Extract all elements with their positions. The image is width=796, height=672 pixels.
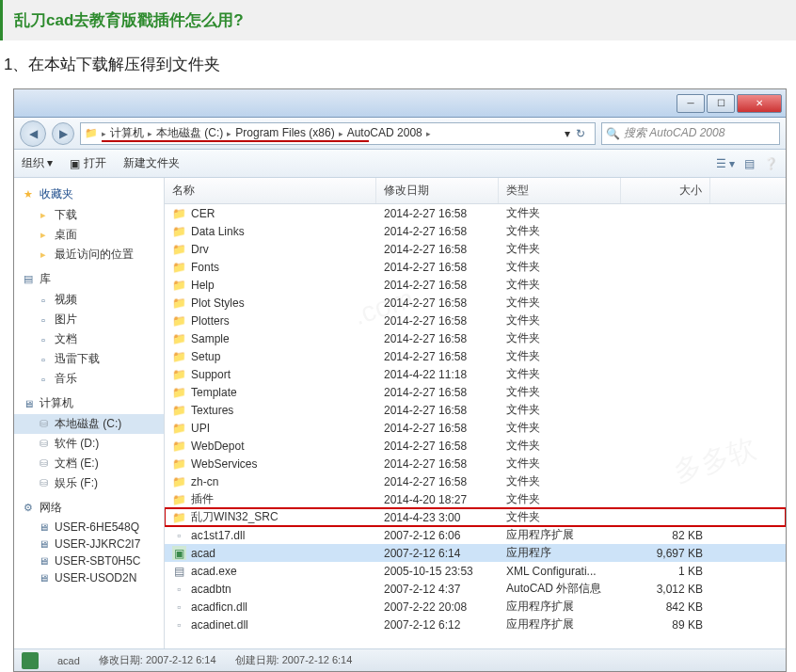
file-type: 应用程序扩展 <box>499 527 621 543</box>
file-list-header[interactable]: 名称 修改日期 类型 大小 <box>165 178 786 204</box>
file-name: acad.exe <box>191 565 237 578</box>
file-row[interactable]: ▫acadinet.dll2007-2-12 6:12应用程序扩展89 KB <box>165 616 786 633</box>
pc-ic-icon: 🖥 <box>37 554 50 568</box>
folder-icon: 📁 <box>172 421 186 435</box>
open-button[interactable]: ▣ 打开 <box>70 155 106 171</box>
sidebar-computer[interactable]: 🖥计算机 <box>14 392 164 414</box>
help-button[interactable]: ❔ <box>764 157 778 170</box>
breadcrumb-sep[interactable]: ▸ <box>339 129 343 138</box>
file-row[interactable]: 📁Textures2014-2-27 16:58文件夹 <box>165 401 786 419</box>
file-row[interactable]: 📁Template2014-2-27 16:58文件夹 <box>165 383 786 401</box>
breadcrumb-item[interactable]: Program Files (x86) <box>235 126 334 139</box>
file-row[interactable]: 📁Plot Styles2014-2-27 16:58文件夹 <box>165 294 786 312</box>
sidebar-item[interactable]: ▸桌面 <box>14 225 164 245</box>
sidebar-item[interactable]: ⛁娱乐 (F:) <box>14 473 164 493</box>
file-type: 文件夹 <box>499 241 621 257</box>
breadcrumb-item[interactable]: AutoCAD 2008 <box>347 126 422 139</box>
file-row[interactable]: 📁Plotters2014-2-27 16:58文件夹 <box>165 312 786 329</box>
file-type: 应用程序 <box>499 545 621 561</box>
maximize-button[interactable]: ☐ <box>707 94 735 113</box>
file-row[interactable]: 📁WebDepot2014-2-27 16:58文件夹 <box>165 437 786 455</box>
address-bar[interactable]: 📁 ▸ 计算机▸本地磁盘 (C:)▸Program Files (x86)▸Au… <box>80 122 596 145</box>
sidebar-item[interactable]: 🖥USER-USOD2N <box>14 569 164 586</box>
file-name: Drv <box>191 243 209 256</box>
sidebar-libraries[interactable]: ▤库 <box>14 268 164 290</box>
col-name[interactable]: 名称 <box>165 178 376 203</box>
sidebar-item[interactable]: ▸下载 <box>14 205 164 225</box>
breadcrumb-sep[interactable]: ▸ <box>426 129 431 138</box>
breadcrumb-item[interactable]: 本地磁盘 (C:) <box>156 125 223 141</box>
file-row[interactable]: ▫acadficn.dll2007-2-22 20:08应用程序扩展842 KB <box>165 598 786 616</box>
file-row[interactable]: 📁Sample2014-2-27 16:58文件夹 <box>165 329 786 347</box>
sidebar-item[interactable]: ▸最近访问的位置 <box>14 245 164 264</box>
file-date: 2014-2-27 16:58 <box>376 457 499 471</box>
file-name: WebServices <box>191 457 257 471</box>
close-button[interactable]: ✕ <box>737 94 782 113</box>
file-row[interactable]: 📁Fonts2014-2-27 16:58文件夹 <box>165 258 786 276</box>
sidebar-item[interactable]: ▫视频 <box>14 290 164 310</box>
file-row[interactable]: ▤acad.exe2005-10-15 23:53XML Configurati… <box>165 562 786 580</box>
nav-back-button[interactable]: ◀ <box>20 120 46 147</box>
search-input[interactable]: 🔍 搜索 AutoCAD 2008 <box>601 122 780 145</box>
file-type: 文件夹 <box>499 366 621 382</box>
folder-icon: 📁 <box>172 296 186 310</box>
file-date: 2014-2-27 16:58 <box>376 475 499 488</box>
file-row[interactable]: ▫acadbtn2007-2-12 4:37AutoCAD 外部信息3,012 … <box>165 580 786 598</box>
file-row[interactable]: ▫ac1st17.dll2007-2-12 6:06应用程序扩展82 KB <box>165 526 786 544</box>
file-list[interactable]: .com 多多软 名称 修改日期 类型 大小 📁CER2014-2-27 16:… <box>165 178 786 648</box>
window-titlebar[interactable]: ─ ☐ ✕ <box>14 89 786 118</box>
sidebar-favorites[interactable]: ★收藏夹 <box>14 184 164 205</box>
file-row[interactable]: ▣acad2007-2-12 6:14应用程序9,697 KB <box>165 544 786 562</box>
file-date: 2007-2-12 6:14 <box>376 547 499 560</box>
file-type: 文件夹 <box>499 223 621 239</box>
file-name: Data Links <box>191 225 245 238</box>
file-date: 2014-2-27 16:58 <box>376 207 499 220</box>
library-icon: ▤ <box>22 273 35 286</box>
sidebar-item[interactable]: 🖥USER-SBT0H5C <box>14 552 164 569</box>
sidebar-network[interactable]: ⚙网络 <box>14 497 164 519</box>
sidebar-item[interactable]: ▫文档 <box>14 329 164 349</box>
breadcrumb-sep[interactable]: ▸ <box>148 129 152 138</box>
col-size[interactable]: 大小 <box>621 178 710 203</box>
folder-icon: 📁 <box>172 331 186 345</box>
file-row[interactable]: 📁乱刀WIN32_SRC2014-4-23 3:00文件夹 <box>165 508 786 526</box>
sidebar-item[interactable]: ⛁本地磁盘 (C:) <box>14 414 164 434</box>
col-type[interactable]: 类型 <box>499 178 621 203</box>
breadcrumb-item[interactable]: 计算机 <box>110 125 144 141</box>
search-icon: 🔍 <box>606 127 620 140</box>
folder-icon: 📁 <box>172 260 186 274</box>
sidebar-item[interactable]: ▫迅雷下载 <box>14 349 164 369</box>
breadcrumb-sep[interactable]: ▸ <box>227 129 231 138</box>
file-row[interactable]: 📁Drv2014-2-27 16:58文件夹 <box>165 240 786 258</box>
new-folder-button[interactable]: 新建文件夹 <box>123 155 180 171</box>
file-row[interactable]: 📁Help2014-2-27 16:58文件夹 <box>165 276 786 294</box>
file-name: Sample <box>191 332 230 345</box>
folder-icon: 📁 <box>85 127 98 140</box>
organize-button[interactable]: 组织 ▾ <box>22 155 53 171</box>
sidebar-item[interactable]: 🖥USER-6HE548Q <box>14 519 164 536</box>
file-row[interactable]: 📁Data Links2014-2-27 16:58文件夹 <box>165 222 786 240</box>
view-button[interactable]: ☰ ▾ <box>716 157 735 170</box>
minimize-button[interactable]: ─ <box>677 94 705 113</box>
pc-ic-icon: 🖥 <box>37 571 50 584</box>
col-date[interactable]: 修改日期 <box>376 178 499 203</box>
sidebar-item[interactable]: ▫音乐 <box>14 369 164 389</box>
file-row[interactable]: 📁UPI2014-2-27 16:58文件夹 <box>165 419 786 437</box>
nav-forward-button[interactable]: ▶ <box>52 122 74 145</box>
refresh-button[interactable]: ↻ <box>570 127 591 140</box>
preview-pane-button[interactable]: ▤ <box>744 157 755 170</box>
sidebar-item[interactable]: ▫图片 <box>14 310 164 329</box>
file-row[interactable]: 📁插件2014-4-20 18:27文件夹 <box>165 490 786 508</box>
file-row[interactable]: 📁zh-cn2014-2-27 16:58文件夹 <box>165 472 786 490</box>
pc-ic-icon: 🖥 <box>37 520 50 534</box>
sidebar-item[interactable]: 🖥USER-JJKRC2I7 <box>14 536 164 552</box>
file-row[interactable]: 📁CER2014-2-27 16:58文件夹 <box>165 204 786 222</box>
file-row[interactable]: 📁Support2014-4-22 11:18文件夹 <box>165 365 786 383</box>
file-type: 文件夹 <box>499 348 621 364</box>
file-row[interactable]: 📁WebServices2014-2-27 16:58文件夹 <box>165 455 786 472</box>
sidebar-item[interactable]: ⛁文档 (E:) <box>14 454 164 473</box>
file-row[interactable]: 📁Setup2014-2-27 16:58文件夹 <box>165 347 786 365</box>
sidebar-item[interactable]: ⛁软件 (D:) <box>14 434 164 454</box>
file-date: 2007-2-22 20:08 <box>376 600 499 614</box>
file-type: 应用程序扩展 <box>499 616 621 632</box>
